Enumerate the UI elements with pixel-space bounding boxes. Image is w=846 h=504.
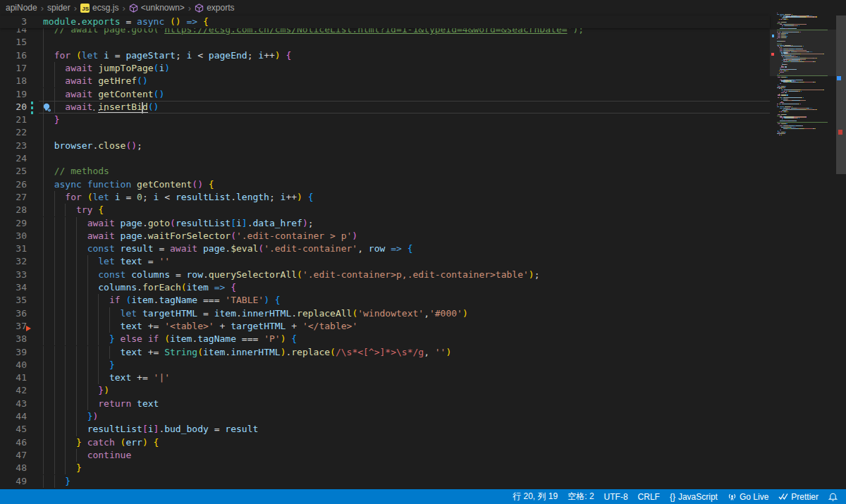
line-number[interactable]: 30 — [0, 230, 27, 242]
line-number[interactable]: 18 — [0, 75, 27, 87]
scrollbar[interactable] — [836, 0, 846, 489]
lightbulb-autofix-icon[interactable] — [42, 102, 52, 115]
status-indentation[interactable]: 空格: 2 — [568, 491, 594, 503]
breadcrumb-item-exports[interactable]: exports — [195, 3, 234, 13]
code-line-40[interactable]: 40} — [0, 359, 770, 371]
code-line-15[interactable]: 15 — [0, 36, 770, 49]
code-line-31[interactable]: 31const result = await page.$eval('.edit… — [0, 242, 770, 255]
code-line-34[interactable]: 34columns.forEach(item => { — [0, 281, 770, 294]
code-line-43[interactable]: 43return text — [0, 398, 770, 410]
code-token: = — [109, 50, 125, 61]
indent-guide — [76, 346, 77, 359]
code-line-41[interactable]: 41text += '|' — [0, 371, 770, 384]
line-number[interactable]: 44 — [0, 410, 27, 423]
code-line-23[interactable]: 23browser.close(); — [0, 140, 770, 152]
code-line-45[interactable]: 45resultList[i].bud_body = result — [0, 423, 770, 436]
line-number[interactable]: 31 — [0, 242, 27, 255]
indent-guide — [76, 242, 77, 255]
sticky-scroll-line[interactable]: 3 module.exports = async () => { — [0, 16, 770, 28]
status-language[interactable]: {} JavaScript — [670, 492, 718, 502]
line-number[interactable]: 32 — [0, 255, 27, 268]
status-go-live[interactable]: Go Live — [728, 492, 768, 502]
line-number[interactable]: 29 — [0, 217, 27, 230]
code-line-22[interactable]: 22 — [0, 126, 770, 139]
indent-guide — [65, 320, 66, 333]
line-number[interactable]: 42 — [0, 384, 27, 397]
status-cursor-position[interactable]: 行 20, 列 19 — [513, 491, 558, 503]
line-number[interactable]: 26 — [0, 178, 27, 191]
line-number[interactable]: 37 — [0, 320, 27, 333]
indent-guide — [76, 230, 77, 242]
code-line-16[interactable]: 16for (let i = pageStart; i < pageEnd; i… — [0, 49, 770, 62]
code-line-46[interactable]: 46} catch (err) { — [0, 436, 770, 449]
code-line-38[interactable]: 38} else if (item.tagName === 'P') { — [0, 333, 770, 345]
indent-guide — [43, 346, 44, 359]
code-line-18[interactable]: 18await getHref() — [0, 75, 770, 87]
code-line-27[interactable]: 27for (let i = 0; i < resultList.length;… — [0, 191, 770, 204]
line-number[interactable]: 36 — [0, 307, 27, 320]
line-number[interactable]: 20 — [0, 101, 27, 113]
line-number[interactable]: 41 — [0, 371, 27, 384]
line-number[interactable]: 49 — [0, 475, 27, 488]
line-number[interactable]: 33 — [0, 269, 27, 281]
code-line-36[interactable]: 36let targetHTML = item.innerHTML.replac… — [0, 307, 770, 320]
code-line-49[interactable]: 49} — [0, 475, 770, 488]
line-number[interactable]: 24 — [0, 152, 27, 165]
line-number[interactable]: 39 — [0, 346, 27, 359]
scrollbar-thumb[interactable] — [836, 16, 846, 174]
code-line-29[interactable]: 29await page.goto(resultList[i].data_hre… — [0, 217, 770, 230]
code-token — [148, 437, 154, 448]
breadcrumb-item-unknown[interactable]: <unknown> — [129, 3, 185, 13]
code-line-44[interactable]: 44}) — [0, 410, 770, 423]
code-token: i — [104, 50, 109, 61]
line-number[interactable]: 28 — [0, 204, 27, 216]
code-line-17[interactable]: 17await jumpToPage(i) — [0, 62, 770, 75]
line-number[interactable]: 48 — [0, 462, 27, 474]
status-eol[interactable]: CRLF — [638, 492, 660, 502]
line-number[interactable]: 25 — [0, 165, 27, 178]
code-token: item — [203, 347, 225, 357]
breadcrumb-item-ecsgjs[interactable]: JSecsg.js — [80, 3, 118, 13]
code-line-19[interactable]: 19await getContent() — [0, 88, 770, 101]
code-line-48[interactable]: 48} — [0, 462, 770, 474]
line-number[interactable]: 46 — [0, 436, 27, 449]
code-line-35[interactable]: 35if (item.tagName === 'TABLE') { — [0, 294, 770, 307]
code-line-24[interactable]: 24 — [0, 152, 770, 165]
line-number[interactable]: 45 — [0, 423, 27, 436]
code-token — [82, 179, 87, 190]
line-number[interactable]: 34 — [0, 281, 27, 294]
line-number[interactable]: 38 — [0, 333, 27, 345]
notifications-bell-icon[interactable] — [828, 492, 838, 501]
line-number[interactable]: 47 — [0, 449, 27, 462]
status-prettier[interactable]: Prettier — [778, 492, 819, 502]
editor-code-area[interactable]: 14// await page.goto('https://ecsg.com.c… — [0, 16, 770, 489]
code-line-37[interactable]: 37text += '<table>' + targetHTML + '</ta… — [0, 320, 770, 333]
code-line-21[interactable]: 21} — [0, 113, 770, 126]
breadcrumb-item-apiNode[interactable]: apiNode — [6, 3, 37, 13]
line-number[interactable]: 21 — [0, 113, 27, 126]
code-line-30[interactable]: 30await page.waitForSelector('.edit-cont… — [0, 230, 770, 242]
code-line-26[interactable]: 26async function getContent() { — [0, 178, 770, 191]
code-token: ( — [258, 243, 264, 254]
code-line-32[interactable]: 32let text = '' — [0, 255, 770, 268]
indent-guide — [76, 307, 77, 320]
line-number[interactable]: 43 — [0, 398, 27, 410]
line-number[interactable]: 40 — [0, 359, 27, 371]
code-line-28[interactable]: 28try { — [0, 204, 770, 216]
code-line-42[interactable]: 42}) — [0, 384, 770, 397]
line-number[interactable]: 19 — [0, 88, 27, 101]
code-line-47[interactable]: 47continue — [0, 449, 770, 462]
status-encoding[interactable]: UTF-8 — [604, 492, 628, 502]
code-line-25[interactable]: 25// methods — [0, 165, 770, 178]
minimap-slider[interactable] — [770, 30, 836, 76]
code-token: ; — [269, 192, 281, 202]
code-token: async — [54, 179, 82, 190]
line-number[interactable]: 23 — [0, 140, 27, 152]
code-line-39[interactable]: 39text += String(item.innerHTML).replace… — [0, 346, 770, 359]
line-number[interactable]: 27 — [0, 191, 27, 204]
code-line-33[interactable]: 33const columns = row.querySelectorAll('… — [0, 269, 770, 281]
breadcrumb-item-spider[interactable]: spider — [47, 3, 70, 13]
line-number[interactable]: 22 — [0, 126, 27, 139]
code-token: pageEnd — [209, 50, 247, 61]
line-number[interactable]: 35 — [0, 294, 27, 307]
